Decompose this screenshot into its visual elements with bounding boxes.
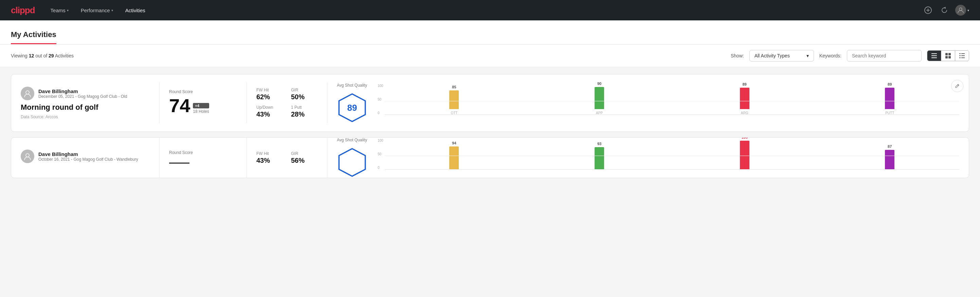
fw-hit-label: FW Hit	[256, 88, 283, 93]
updown-label: Up/Down	[256, 105, 283, 110]
card-divider-5	[247, 137, 247, 178]
nav-item-performance[interactable]: Performance ▾	[76, 5, 118, 16]
svg-rect-8	[948, 53, 951, 55]
avg-quality-section: Avg Shot Quality 89	[337, 83, 378, 123]
list-detail-view-button[interactable]	[955, 51, 969, 61]
user-avatar-button[interactable]: ▾	[955, 5, 969, 16]
avatar-icon	[955, 5, 966, 16]
user-info: Dave Billingham December 05, 2021 - Gog …	[21, 87, 150, 100]
viewing-middle: out of	[34, 53, 49, 59]
score-display-2	[169, 157, 237, 164]
score-dash	[169, 163, 189, 164]
updown-value: 43%	[256, 110, 283, 118]
score-badge-col: +4 18 Holes	[193, 103, 209, 115]
search-input[interactable]	[847, 50, 921, 62]
chart-x-line-2	[385, 169, 959, 169]
nav-item-activities[interactable]: Activities	[121, 5, 150, 16]
stats-section-2: FW Hit 43% GIR 56%	[256, 151, 318, 164]
navbar: clippd Teams ▾ Performance ▾ Activities	[0, 0, 980, 21]
bar-value-arg: 89	[743, 82, 747, 86]
user-details: Dave Billingham December 05, 2021 - Gog …	[38, 88, 127, 99]
bar-fill-ott-2	[449, 147, 459, 169]
score-number: 74	[169, 96, 190, 115]
card-left-2: Dave Billingham October 16, 2021 - Gog M…	[21, 150, 150, 166]
list-compact-view-button[interactable]	[928, 51, 941, 61]
y-label-50-2: 50	[378, 153, 383, 156]
hexagon: 89	[337, 93, 368, 123]
round-score-label-2: Round Score	[169, 150, 237, 155]
add-button[interactable]	[923, 5, 934, 16]
card-divider-2	[247, 83, 247, 123]
bar-stack-putt-2	[885, 150, 894, 169]
y-label-100: 100	[378, 84, 383, 88]
show-label: Show:	[731, 53, 744, 59]
view-toggle-group	[927, 50, 969, 61]
svg-rect-5	[931, 55, 937, 56]
bar-value-putt: 89	[888, 82, 892, 86]
fw-hit-value-2: 43%	[256, 156, 283, 164]
avg-quality-label-2: Avg Shot Quality	[337, 137, 367, 142]
search-input-wrap	[847, 50, 921, 62]
stats-grid-2: FW Hit 43% GIR 56%	[256, 151, 318, 164]
toolbar: Viewing 12 out of 29 Activities Show: Al…	[0, 45, 980, 67]
bar-stack-ott	[449, 90, 459, 109]
performance-label: Performance	[81, 8, 110, 13]
logo[interactable]: clippd	[11, 5, 35, 16]
card-left: Dave Billingham December 05, 2021 - Gog …	[21, 87, 150, 119]
bar-chart-inner: 100 50 0 85 OTT	[378, 84, 959, 121]
viewing-count: 12	[29, 53, 34, 59]
round-score-label: Round Score	[169, 89, 237, 94]
svg-rect-4	[931, 53, 937, 54]
activities-list: Dave Billingham December 05, 2021 - Gog …	[0, 67, 980, 185]
svg-marker-21	[339, 149, 365, 176]
refresh-button[interactable]	[939, 5, 950, 16]
viewing-prefix: Viewing	[11, 53, 29, 59]
bar-stack-arg	[740, 88, 749, 109]
svg-rect-11	[959, 53, 961, 54]
user-date-2: October 16, 2021 - Gog Magog Golf Club -…	[38, 157, 138, 162]
hexagon-container-2	[337, 147, 368, 178]
stats-grid: FW Hit 62% GIR 50% Up/Down 43% 1 Putt 28…	[256, 88, 318, 118]
bar-fill-arg-2	[740, 141, 749, 169]
svg-rect-7	[945, 53, 948, 55]
one-putt-stat: 1 Putt 28%	[291, 105, 318, 118]
bar-value-ott: 85	[452, 85, 456, 89]
y-label-0-2: 0	[378, 166, 383, 169]
bar-chart-inner-2: 100 50 0 94 93	[378, 139, 959, 176]
chart-mid-line-2	[385, 156, 959, 156]
gir-label-2: GIR	[291, 151, 318, 156]
bar-stack-app-2	[595, 147, 604, 169]
activity-title: Morning round of golf	[21, 103, 150, 112]
nav-items: Teams ▾ Performance ▾ Activities	[46, 5, 912, 16]
score-holes: 18 Holes	[193, 109, 209, 114]
score-display: 74 +4 18 Holes	[169, 96, 237, 115]
activity-type-button[interactable]: All Activity Types ▾	[749, 50, 814, 62]
hex-quality-value: 89	[347, 103, 357, 113]
grid-view-button[interactable]	[941, 51, 955, 61]
nav-item-teams[interactable]: Teams ▾	[46, 5, 73, 16]
bar-stack-putt	[885, 88, 894, 109]
fw-hit-stat-2: FW Hit 43%	[256, 151, 283, 164]
bar-fill-ott	[449, 90, 459, 109]
bar-fill-app	[595, 87, 604, 109]
svg-rect-14	[961, 55, 965, 56]
user-avatar-2	[21, 150, 34, 163]
user-details-2: Dave Billingham October 16, 2021 - Gog M…	[38, 151, 138, 162]
bar-fill-app-2	[595, 147, 604, 169]
activity-card-2: Dave Billingham October 16, 2021 - Gog M…	[11, 137, 969, 178]
y-label-50: 50	[378, 98, 383, 101]
user-avatar	[21, 87, 34, 100]
svg-rect-10	[948, 56, 951, 59]
svg-rect-13	[959, 55, 961, 56]
gir-value-2: 56%	[291, 156, 318, 164]
bar-fill-arg	[740, 88, 749, 109]
page-header: My Activities	[0, 21, 980, 45]
activity-type-select[interactable]: All Activity Types ▾	[749, 50, 814, 62]
chart-y-axis-2: 100 50 0	[378, 139, 383, 176]
avatar-chevron-icon: ▾	[967, 8, 969, 12]
fw-hit-stat: FW Hit 62%	[256, 88, 283, 101]
svg-rect-15	[959, 57, 961, 58]
bar-col-arg-2: 106	[675, 137, 814, 169]
performance-chevron-icon: ▾	[111, 8, 113, 12]
activity-type-chevron-icon: ▾	[807, 53, 809, 59]
